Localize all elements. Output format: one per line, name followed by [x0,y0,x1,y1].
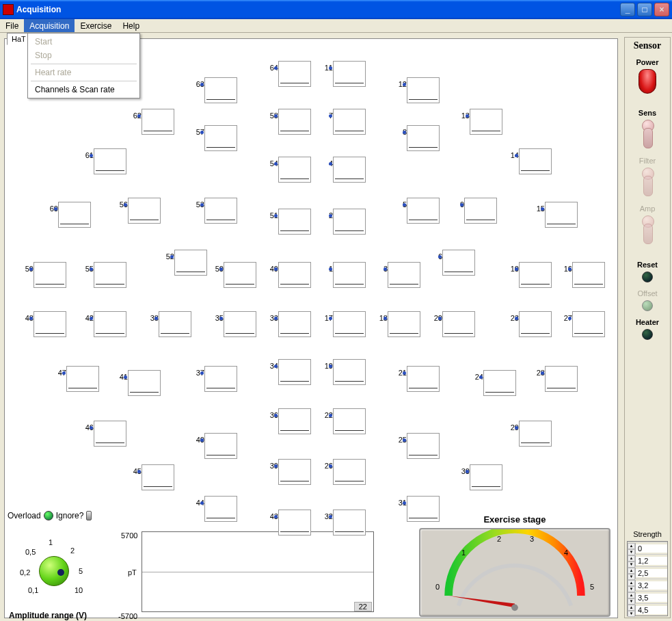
heater-led[interactable] [642,329,653,340]
channel-box-16[interactable] [572,262,605,288]
channel-box-34[interactable] [278,359,311,385]
channel-box-38[interactable] [159,311,191,337]
channel-box-8[interactable] [407,125,440,151]
waveform-plot[interactable]: 22 [142,531,374,612]
dropdown-stop[interactable]: Stop [28,49,139,62]
filter-switch[interactable] [640,168,655,198]
channel-box-62[interactable] [142,109,174,135]
channel-box-19[interactable] [333,359,366,385]
channel-box-22[interactable] [333,408,366,434]
channel-box-27[interactable] [572,311,605,337]
offset-led[interactable] [642,300,653,311]
channel-box-60[interactable] [58,202,91,228]
channel-box-63[interactable] [204,77,237,103]
menu-exercise[interactable]: Exercise [75,19,117,32]
channel-box-25[interactable] [407,433,440,459]
strength-spinner[interactable]: ▲▼ [628,580,636,591]
strength-row[interactable]: ▲▼0 [628,542,667,554]
channel-box-3[interactable] [388,262,420,288]
channel-box-21[interactable] [407,366,440,392]
strength-spinner[interactable]: ▲▼ [628,568,636,579]
channel-box-40[interactable] [204,433,237,459]
channel-box-35[interactable] [224,311,256,337]
channel-box-29[interactable] [519,421,552,447]
reset-led[interactable] [642,272,653,282]
strength-row[interactable]: ▲▼1,2 [628,554,667,566]
power-switch[interactable] [639,69,656,94]
channel-box-30[interactable] [470,464,502,490]
channel-box-11[interactable] [333,61,366,87]
channel-box-56[interactable] [128,198,161,224]
strength-row[interactable]: ▲▼2,5 [628,566,667,579]
channel-box-5[interactable] [407,198,440,224]
channel-box-43[interactable] [278,510,311,536]
channel-indicator-dot [219,267,223,271]
channel-box-24[interactable] [483,370,516,396]
channel-box-14[interactable] [519,148,552,174]
strength-row[interactable]: ▲▼3,2 [628,579,667,591]
channel-box-50[interactable] [224,262,256,288]
channel-box-28[interactable] [545,366,578,392]
strength-spinner[interactable]: ▲▼ [628,605,636,616]
channel-box-41[interactable] [128,370,161,396]
menu-acquisition[interactable]: Acquisition [24,19,75,32]
channel-box-36[interactable] [278,408,311,434]
channel-box-17[interactable] [333,311,366,337]
gauge-tick: 2 [497,535,501,543]
channel-box-7[interactable] [333,109,366,135]
channel-box-39[interactable] [278,459,311,485]
channel-box-49[interactable] [278,262,311,288]
strength-row[interactable]: ▲▼3,5 [628,591,667,603]
dropdown-start[interactable]: Start [28,35,139,49]
strength-spinner[interactable]: ▲▼ [628,592,636,603]
amplitude-dial[interactable]: 0,1 0,2 0,5 1 2 5 10 Amplitude range (V) [9,531,111,620]
channel-box-31[interactable] [407,496,440,522]
channel-box-51[interactable] [278,209,311,235]
menu-help[interactable]: Help [117,19,145,32]
strength-row[interactable]: ▲▼4,5 [628,603,667,616]
dropdown-heart-rate[interactable]: Heart rate [28,66,139,79]
dial-knob[interactable] [39,556,69,586]
channel-box-42[interactable] [94,311,126,337]
amp-switch[interactable] [640,215,655,246]
channel-box-52[interactable] [174,250,207,276]
channel-box-20[interactable] [442,311,475,337]
channel-box-55[interactable] [94,262,126,288]
channel-box-46[interactable] [94,421,126,447]
channel-box-6[interactable] [442,250,475,276]
channel-box-4[interactable] [333,157,366,183]
channel-box-15[interactable] [545,202,578,228]
ignore-switch[interactable] [86,511,92,520]
channel-box-33[interactable] [278,311,311,337]
channel-box-61[interactable] [94,148,126,174]
channel-box-57[interactable] [204,125,237,151]
channel-box-23[interactable] [519,311,552,337]
channel-box-18[interactable] [388,311,420,337]
channel-box-37[interactable] [204,366,237,392]
channel-box-59[interactable] [33,262,66,288]
channel-box-48[interactable] [33,311,66,337]
channel-box-12[interactable] [407,77,440,103]
channel-box-1[interactable] [333,262,366,288]
channel-box-13[interactable] [470,109,502,135]
maximize-button[interactable]: □ [637,3,652,16]
strength-spinner[interactable]: ▲▼ [628,555,636,566]
channel-box-10[interactable] [519,262,552,288]
minimize-button[interactable]: _ [620,3,635,16]
channel-box-9[interactable] [464,198,497,224]
channel-box-53[interactable] [204,198,237,224]
strength-spinner[interactable]: ▲▼ [628,543,636,554]
channel-box-44[interactable] [204,496,237,522]
menu-file[interactable]: File [0,19,24,32]
channel-box-54[interactable] [278,157,311,183]
channel-box-58[interactable] [278,109,311,135]
channel-box-45[interactable] [142,464,174,490]
close-button[interactable]: × [654,3,669,16]
channel-box-2[interactable] [333,209,366,235]
dropdown-channels-scan[interactable]: Channels & Scan rate [28,83,139,96]
channel-box-47[interactable] [66,366,99,392]
channel-box-26[interactable] [333,459,366,485]
sens-switch[interactable] [640,120,655,150]
channel-box-64[interactable] [278,61,311,87]
channel-box-32[interactable] [333,510,366,536]
